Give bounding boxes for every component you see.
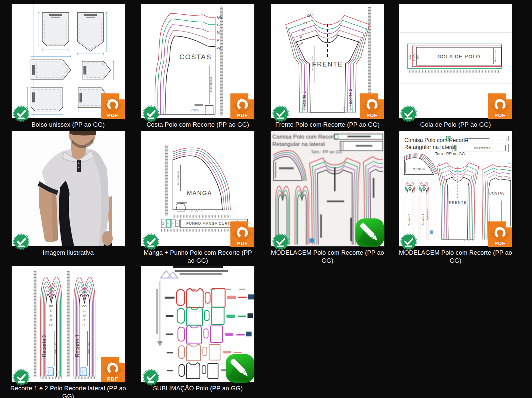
polo-shirt-photo — [12, 131, 125, 246]
piece-name-recorte1: Recorte 1 — [302, 91, 307, 110]
grainline-text: FIO DO TECIDO — [210, 77, 212, 93]
pdf-label: PDF — [495, 112, 506, 118]
piece-name-manga: MANGA — [187, 190, 212, 197]
gola-size-pp: PP — [416, 55, 419, 59]
gola-strip-label: GOLA DE POLO — [474, 147, 490, 149]
file-tile-modelagem-editor[interactable]: Camisa Polo com Recorte Retangular na la… — [271, 131, 384, 246]
check-badge-icon — [272, 105, 289, 122]
grainline-text: FIO DO TECIDO — [88, 341, 90, 355]
size-label-p: P — [83, 319, 85, 322]
pdf-file-icon: PDF — [101, 357, 125, 382]
file-tile-recorte-lateral[interactable]: GG G M P PP Recorte 2 FIO DO TECIDO — [12, 266, 125, 382]
pdf-file-icon: PDF — [488, 221, 512, 247]
size-label-pp: PP — [82, 323, 86, 327]
size-label-p: P — [509, 174, 510, 176]
editor-pencil-icon — [355, 218, 385, 248]
piece-name-costas: COSTAS — [489, 192, 505, 195]
pdf-label: PDF — [367, 112, 378, 118]
size-label-gg: GG — [49, 305, 53, 308]
check-badge-icon — [143, 105, 159, 122]
check-badge-icon — [143, 369, 159, 386]
editor-pencil-icon — [225, 353, 255, 383]
grainline-text: FIO DO TECIDO — [55, 341, 57, 355]
piece-name-frente: FRENTE — [449, 200, 467, 204]
check-badge-icon — [13, 105, 30, 122]
pdf-file-icon: PDF — [360, 93, 384, 119]
piece-name-recorte2: Recorte 2 — [41, 334, 47, 357]
size-label-m: M — [50, 314, 52, 317]
piece-name-recorte2: Recorte 2 — [408, 214, 411, 225]
file-grid: Bolso unissex (PP ao GG) PDF GG G M P — [0, 0, 532, 398]
modelagem-size-line: Tam.: PP ao GG — [435, 152, 465, 156]
grainline-text: FIO DO TECIDO — [495, 50, 496, 62]
piece-name-manga: MANGA — [413, 167, 425, 171]
punho-size-p: P — [176, 223, 178, 224]
punho-size-gg: GG — [162, 222, 164, 225]
grainline-text: FIO DO TECIDO — [312, 56, 314, 71]
file-label: MODELAGEM Polo com Recorte (PP ao GG) — [397, 249, 514, 265]
size-label-pp: PP — [49, 323, 53, 327]
check-badge-icon — [272, 233, 289, 250]
file-tile-bolso-unissex[interactable]: Bolso unissex (PP ao GG) PDF — [12, 4, 125, 118]
gola-size-gg: GG — [408, 55, 411, 60]
pdf-label: PDF — [495, 240, 506, 246]
file-tile-sublimacao[interactable]: SUBLIMAÇÃO Polo (PP ao GG) — [141, 266, 254, 382]
piece-name-costas: COSTAS — [180, 53, 212, 61]
pdf-file-icon: PDF — [230, 221, 254, 247]
check-badge-icon — [143, 233, 159, 250]
size-label-g: G — [83, 309, 86, 313]
size-label-m: M — [83, 314, 85, 317]
modelagem-size-line: Tam.: PP ao GG — [311, 149, 342, 154]
file-label: MODELAGEM Polo com Recorte (PP ao GG) — [269, 249, 386, 265]
size-label-g: G — [50, 309, 53, 313]
size-label-g: G — [217, 23, 220, 27]
file-tile-modelagem-pdf[interactable]: Camisa Polo com Recorte Retangular na la… — [399, 131, 512, 246]
piece-name-recorte1: Recorte 1 — [426, 208, 429, 220]
size-label-pp: PP — [216, 46, 221, 50]
file-label: Recorte 1 e 2 Polo Recorte lateral (PP a… — [10, 384, 126, 398]
size-label-gg: GG — [217, 15, 222, 19]
size-label-gg: GG — [82, 305, 86, 308]
punho-size-g: G — [167, 222, 169, 224]
pdf-file-icon: PDF — [488, 93, 512, 119]
modelagem-title-line1: Camisa Polo com Recorte — [404, 137, 468, 143]
gola-size-pmg: P/M/G — [412, 54, 415, 61]
file-tile-manga-punho[interactable]: MANGA FIO DO TECIDO GG G M P PUNHO MANGA… — [141, 131, 254, 246]
size-label-g: G — [509, 167, 510, 168]
piece-name-recorte2: Recorte 2 — [348, 89, 353, 107]
size-label-pp: PP — [508, 178, 510, 179]
check-badge-icon — [13, 233, 30, 250]
size-label-gg: GG — [508, 163, 511, 164]
pdf-label: PDF — [237, 240, 248, 246]
pdf-file-icon: PDF — [230, 93, 254, 119]
piece-name-frente: FRENTE — [312, 61, 343, 68]
pdf-file-icon: PDF — [101, 93, 125, 119]
file-tile-frente-polo[interactable]: GG G M P PP FRENTE FIO DO TECIDO Recorte… — [271, 4, 384, 118]
piece-name-punho: PUNHO MANGA CURTA — [186, 221, 232, 225]
file-label: Manga + Punho Polo com Recorte (PP ao GG… — [140, 249, 256, 265]
piece-name-recorte1: Recorte 1 — [74, 334, 80, 357]
check-badge-icon — [400, 233, 417, 250]
grainline-text: FIO DO TECIDO — [177, 171, 179, 185]
check-badge-icon — [13, 369, 30, 386]
check-badge-icon — [400, 105, 417, 122]
modelagem-title-line2: Retangular na lateral — [404, 144, 455, 150]
pdf-label: PDF — [107, 112, 118, 118]
size-label-p: P — [50, 319, 52, 322]
thumbnail-photo-polo — [12, 131, 125, 246]
piece-name-gola: GOLA DE POLO — [437, 54, 480, 59]
pdf-label: PDF — [107, 376, 118, 382]
modelagem-title-line2: Retangular na lateral — [272, 141, 325, 147]
file-tile-costa-polo[interactable]: GG G M P PP COSTAS FIO DO TECIDO Costa P… — [141, 4, 254, 118]
file-tile-imagem-ilustrativa[interactable]: Imagem ilustrativa — [12, 131, 125, 246]
size-label-p: P — [217, 38, 219, 42]
pdf-label: PDF — [237, 112, 248, 118]
file-tile-gola-polo[interactable]: GG P/M/G PP GOLA DE POLO FIO DO TECIDO G… — [399, 4, 512, 118]
punho-size-m: M — [172, 223, 174, 224]
size-label-m: M — [217, 31, 220, 35]
size-label-m: M — [509, 170, 510, 172]
piece-name-recorte1: Recorte 1 — [422, 214, 425, 225]
modelagem-title-line1: Camisa Polo com Recorte — [272, 134, 338, 140]
